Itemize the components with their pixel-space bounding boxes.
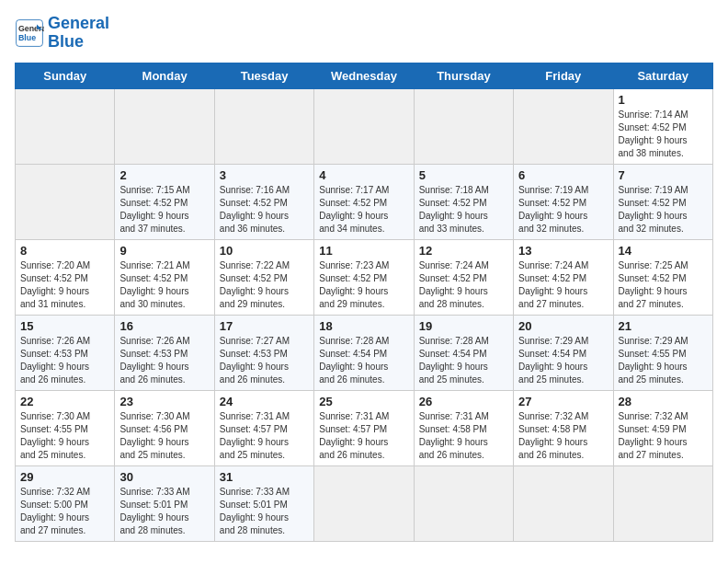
calendar-table: SundayMondayTuesdayWednesdayThursdayFrid…: [15, 63, 713, 542]
calendar-cell-19: 19Sunrise: 7:28 AM Sunset: 4:54 PM Dayli…: [414, 315, 513, 390]
calendar-cell-18: 18Sunrise: 7:28 AM Sunset: 4:54 PM Dayli…: [314, 315, 414, 390]
calendar-week-row: 15Sunrise: 7:26 AM Sunset: 4:53 PM Dayli…: [16, 315, 713, 390]
page-header: General Blue General Blue: [15, 15, 713, 52]
calendar-cell-3: 3Sunrise: 7:16 AM Sunset: 4:52 PM Daylig…: [214, 164, 313, 239]
calendar-cell-12: 12Sunrise: 7:24 AM Sunset: 4:52 PM Dayli…: [414, 239, 513, 315]
calendar-cell-10: 10Sunrise: 7:22 AM Sunset: 4:52 PM Dayli…: [214, 239, 313, 315]
calendar-cell-6: 6Sunrise: 7:19 AM Sunset: 4:52 PM Daylig…: [514, 164, 613, 239]
calendar-cell-15: 15Sunrise: 7:26 AM Sunset: 4:53 PM Dayli…: [16, 315, 115, 390]
days-header-row: SundayMondayTuesdayWednesdayThursdayFrid…: [16, 63, 713, 88]
calendar-cell-empty: [16, 88, 115, 164]
calendar-cell-empty: [613, 465, 712, 541]
calendar-cell-14: 14Sunrise: 7:25 AM Sunset: 4:52 PM Dayli…: [613, 239, 712, 315]
calendar-cell-7: 7Sunrise: 7:19 AM Sunset: 4:52 PM Daylig…: [613, 164, 712, 239]
day-header-saturday: Saturday: [613, 63, 712, 88]
calendar-cell-empty: [314, 88, 414, 164]
day-header-wednesday: Wednesday: [314, 63, 414, 88]
calendar-cell-17: 17Sunrise: 7:27 AM Sunset: 4:53 PM Dayli…: [214, 315, 313, 390]
calendar-cell-21: 21Sunrise: 7:29 AM Sunset: 4:55 PM Dayli…: [613, 315, 712, 390]
day-header-tuesday: Tuesday: [214, 63, 313, 88]
logo-icon: General Blue: [15, 18, 44, 48]
calendar-cell-16: 16Sunrise: 7:26 AM Sunset: 4:53 PM Dayli…: [115, 315, 214, 390]
calendar-cell-22: 22Sunrise: 7:30 AM Sunset: 4:55 PM Dayli…: [16, 390, 115, 465]
calendar-cell-11: 11Sunrise: 7:23 AM Sunset: 4:52 PM Dayli…: [314, 239, 414, 315]
calendar-cell-23: 23Sunrise: 7:30 AM Sunset: 4:56 PM Dayli…: [115, 390, 214, 465]
calendar-cell-29: 29Sunrise: 7:32 AM Sunset: 5:00 PM Dayli…: [16, 465, 115, 541]
calendar-cell-5: 5Sunrise: 7:18 AM Sunset: 4:52 PM Daylig…: [414, 164, 513, 239]
calendar-cell-25: 25Sunrise: 7:31 AM Sunset: 4:57 PM Dayli…: [314, 390, 414, 465]
calendar-cell-20: 20Sunrise: 7:29 AM Sunset: 4:54 PM Dayli…: [514, 315, 613, 390]
day-header-sunday: Sunday: [16, 63, 115, 88]
calendar-body: 1Sunrise: 7:14 AM Sunset: 4:52 PM Daylig…: [16, 88, 713, 541]
calendar-cell-empty: [414, 88, 513, 164]
calendar-cell-27: 27Sunrise: 7:32 AM Sunset: 4:58 PM Dayli…: [514, 390, 613, 465]
day-header-friday: Friday: [514, 63, 613, 88]
svg-text:Blue: Blue: [18, 33, 36, 42]
day-header-thursday: Thursday: [414, 63, 513, 88]
calendar-week-row: 2Sunrise: 7:15 AM Sunset: 4:52 PM Daylig…: [16, 164, 713, 239]
calendar-cell-empty: [514, 88, 613, 164]
calendar-cell-empty: [214, 88, 313, 164]
calendar-cell-24: 24Sunrise: 7:31 AM Sunset: 4:57 PM Dayli…: [214, 390, 313, 465]
calendar-cell-28: 28Sunrise: 7:32 AM Sunset: 4:59 PM Dayli…: [613, 390, 712, 465]
calendar-week-row: 1Sunrise: 7:14 AM Sunset: 4:52 PM Daylig…: [16, 88, 713, 164]
logo: General Blue General Blue: [15, 15, 109, 52]
calendar-cell-13: 13Sunrise: 7:24 AM Sunset: 4:52 PM Dayli…: [514, 239, 613, 315]
calendar-cell-empty: [115, 88, 214, 164]
calendar-cell-2: 2Sunrise: 7:15 AM Sunset: 4:52 PM Daylig…: [115, 164, 214, 239]
calendar-cell-1: 1Sunrise: 7:14 AM Sunset: 4:52 PM Daylig…: [613, 88, 712, 164]
calendar-cell-30: 30Sunrise: 7:33 AM Sunset: 5:01 PM Dayli…: [115, 465, 214, 541]
calendar-week-row: 22Sunrise: 7:30 AM Sunset: 4:55 PM Dayli…: [16, 390, 713, 465]
calendar-cell-8: 8Sunrise: 7:20 AM Sunset: 4:52 PM Daylig…: [16, 239, 115, 315]
calendar-cell-26: 26Sunrise: 7:31 AM Sunset: 4:58 PM Dayli…: [414, 390, 513, 465]
calendar-cell-empty: [514, 465, 613, 541]
calendar-cell-empty: [414, 465, 513, 541]
calendar-week-row: 8Sunrise: 7:20 AM Sunset: 4:52 PM Daylig…: [16, 239, 713, 315]
calendar-cell-31: 31Sunrise: 7:33 AM Sunset: 5:01 PM Dayli…: [214, 465, 313, 541]
calendar-cell-empty: [314, 465, 414, 541]
calendar-cell-4: 4Sunrise: 7:17 AM Sunset: 4:52 PM Daylig…: [314, 164, 414, 239]
day-header-monday: Monday: [115, 63, 214, 88]
calendar-week-row: 29Sunrise: 7:32 AM Sunset: 5:00 PM Dayli…: [16, 465, 713, 541]
calendar-cell-9: 9Sunrise: 7:21 AM Sunset: 4:52 PM Daylig…: [115, 239, 214, 315]
calendar-cell-empty: [16, 164, 115, 239]
